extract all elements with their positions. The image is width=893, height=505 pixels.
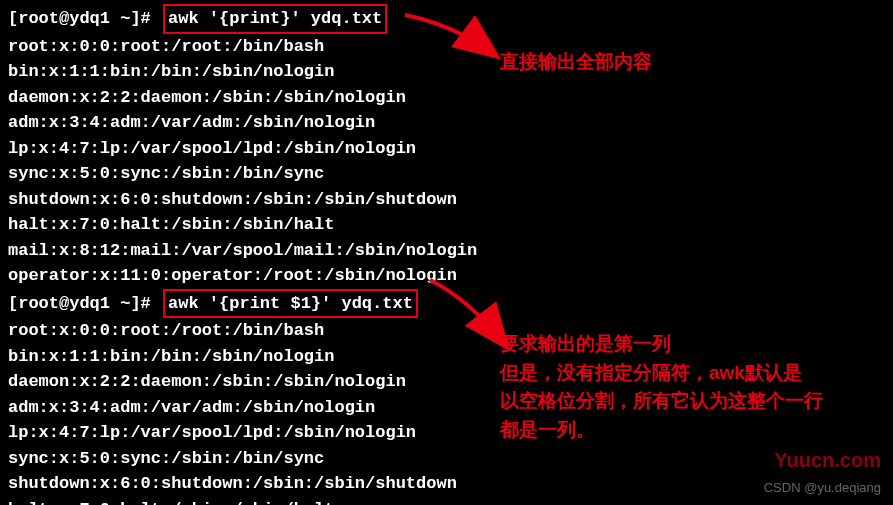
output1-line-8: mail:x:8:12:mail:/var/spool/mail:/sbin/n… [8, 238, 885, 264]
annotation-2-line3: 以空格位分割，所有它认为这整个一行 [500, 387, 823, 416]
output1-line-3: adm:x:3:4:adm:/var/adm:/sbin/nologin [8, 110, 885, 136]
watermark-yuucn: Yuucn.com [774, 445, 881, 475]
output1-line-2: daemon:x:2:2:daemon:/sbin:/sbin/nologin [8, 85, 885, 111]
annotation-2-line4: 都是一列。 [500, 416, 823, 445]
command-2-text: awk '{print $1}' ydq.txt [168, 294, 413, 313]
annotation-2: 要求输出的是第一列 但是，没有指定分隔符，awk默认是 以空格位分割，所有它认为… [500, 330, 823, 444]
output1-line-9: operator:x:11:0:operator:/root:/sbin/nol… [8, 263, 885, 289]
output1-line-7: halt:x:7:0:halt:/sbin:/sbin/halt [8, 212, 885, 238]
output1-line-6: shutdown:x:6:0:shutdown:/sbin:/sbin/shut… [8, 187, 885, 213]
prompt-line-2: [root@ydq1 ~]# awk '{print $1}' ydq.txt [8, 289, 885, 319]
annotation-1: 直接输出全部内容 [500, 48, 652, 77]
output1-line-0: root:x:0:0:root:/root:/bin/bash [8, 34, 885, 60]
command-1-text: awk '{print}' ydq.txt [168, 9, 382, 28]
output1-line-1: bin:x:1:1:bin:/bin:/sbin/nologin [8, 59, 885, 85]
shell-prompt-2: [root@ydq1 ~]# [8, 294, 161, 313]
command-box-2: awk '{print $1}' ydq.txt [163, 289, 418, 319]
output2-line-7: halt:x:7:0:halt:/sbin:/sbin/halt [8, 497, 885, 506]
output1-line-4: lp:x:4:7:lp:/var/spool/lpd:/sbin/nologin [8, 136, 885, 162]
output2-line-5: sync:x:5:0:sync:/sbin:/bin/sync [8, 446, 885, 472]
watermark-csdn: CSDN @yu.deqiang [764, 478, 881, 498]
annotation-2-line2: 但是，没有指定分隔符，awk默认是 [500, 359, 823, 388]
annotation-2-line1: 要求输出的是第一列 [500, 330, 823, 359]
output2-line-6: shutdown:x:6:0:shutdown:/sbin:/sbin/shut… [8, 471, 885, 497]
annotation-1-text: 直接输出全部内容 [500, 51, 652, 72]
command-box-1: awk '{print}' ydq.txt [163, 4, 387, 34]
output1-line-5: sync:x:5:0:sync:/sbin:/bin/sync [8, 161, 885, 187]
shell-prompt: [root@ydq1 ~]# [8, 9, 161, 28]
prompt-line-1: [root@ydq1 ~]# awk '{print}' ydq.txt [8, 4, 885, 34]
